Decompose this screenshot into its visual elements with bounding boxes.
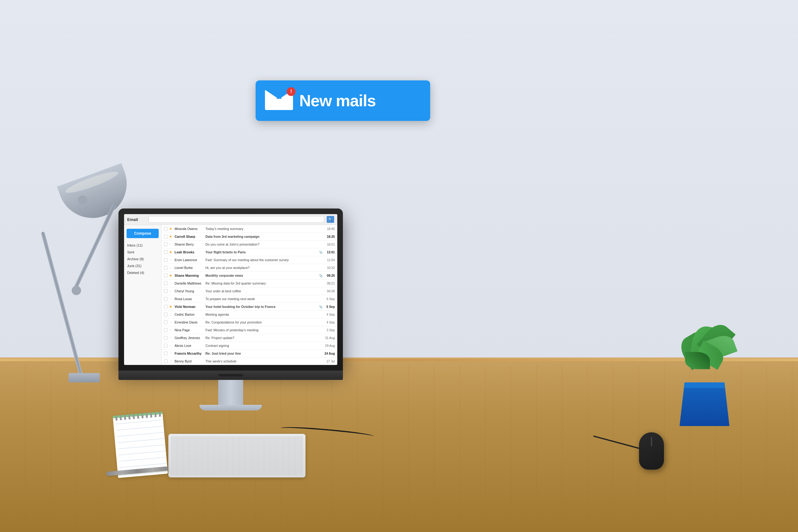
row-checkbox[interactable] bbox=[164, 312, 168, 316]
row-star[interactable]: ☆ bbox=[169, 281, 173, 285]
lamp-arm-lower bbox=[41, 231, 85, 383]
email-time: 18:45 bbox=[324, 227, 335, 231]
row-star[interactable]: ☆ bbox=[169, 351, 173, 356]
row-checkbox[interactable] bbox=[164, 258, 168, 262]
email-row[interactable]: ☆ Ervin Lawrence Fwd: Summary of our mee… bbox=[162, 256, 337, 264]
row-checkbox[interactable] bbox=[164, 352, 168, 355]
email-row[interactable]: ☆ Cheryl Young Your order at best coffee… bbox=[162, 287, 337, 295]
email-row[interactable]: ☆ Geoffrey Jimenez Re: Project update? 📎… bbox=[162, 334, 337, 342]
email-sidebar: Compose Inbox (11) Sent Archive (8) Junk… bbox=[124, 225, 162, 365]
row-checkbox[interactable] bbox=[164, 336, 168, 340]
email-time: 6 Sep bbox=[324, 297, 335, 301]
email-time: 29 Aug bbox=[324, 344, 335, 347]
row-checkbox[interactable] bbox=[164, 250, 168, 254]
row-checkbox[interactable] bbox=[164, 344, 168, 347]
row-star[interactable]: ★ bbox=[169, 304, 173, 309]
email-row[interactable]: ★ Leah Brooks Your flight tickets to Par… bbox=[162, 248, 337, 256]
email-sender: Miranda Owens bbox=[174, 227, 204, 231]
row-checkbox[interactable] bbox=[164, 305, 168, 308]
row-star[interactable]: ★ bbox=[169, 250, 173, 254]
attachment-icon: 📎 bbox=[319, 251, 323, 254]
row-checkbox[interactable] bbox=[164, 274, 168, 278]
email-row[interactable]: ☆ Sharon Berry Do you come at John's pre… bbox=[162, 241, 337, 248]
email-subject: Your order at best coffee bbox=[205, 289, 318, 293]
row-star[interactable]: ☆ bbox=[169, 312, 173, 317]
row-star[interactable]: ☆ bbox=[169, 336, 173, 340]
email-sender: Rosa Lucas bbox=[174, 297, 204, 301]
email-sender: Francis Mccarthy bbox=[174, 352, 204, 355]
email-time: 13:01 bbox=[324, 251, 335, 254]
row-checkbox[interactable] bbox=[164, 281, 168, 285]
row-checkbox[interactable] bbox=[164, 297, 168, 301]
email-time: 04:30 bbox=[324, 289, 335, 293]
email-time: 16:51 bbox=[324, 243, 335, 246]
email-row[interactable]: ☆ Danielle Matthews Re: Missing data for… bbox=[162, 280, 337, 287]
email-subject: This week's schedule bbox=[205, 359, 318, 363]
compose-button[interactable]: Compose bbox=[127, 229, 159, 238]
lamp-joint-top bbox=[78, 195, 87, 205]
sidebar-item-sent[interactable]: Sent bbox=[124, 249, 161, 255]
email-row[interactable]: ★ Vicki Norman Your hotel booking for Oc… bbox=[162, 303, 337, 311]
email-row[interactable]: ☆ Cedric Barton Meeting agenda 📎 4 Sep bbox=[162, 311, 337, 319]
email-subject: Meeting agenda bbox=[205, 312, 318, 316]
keyboard bbox=[168, 434, 305, 477]
row-star[interactable]: ☆ bbox=[169, 328, 173, 332]
search-button[interactable]: 🔍 bbox=[327, 216, 334, 223]
email-subject: Your flight tickets to Paris bbox=[205, 250, 318, 254]
row-star[interactable]: ☆ bbox=[169, 258, 173, 262]
email-row[interactable]: ☆ Francis Mccarthy Re: Just tried your l… bbox=[162, 350, 337, 358]
row-star[interactable]: ☆ bbox=[169, 343, 173, 348]
email-time: 3 Sep bbox=[324, 328, 335, 332]
plant-pot bbox=[680, 382, 729, 426]
email-row[interactable]: ☆ Alexis Love Contract signing 📎 29 Aug bbox=[162, 342, 337, 350]
row-star[interactable]: ☆ bbox=[169, 297, 173, 301]
row-checkbox[interactable] bbox=[164, 235, 168, 239]
row-checkbox[interactable] bbox=[164, 266, 168, 270]
row-checkbox[interactable] bbox=[164, 328, 168, 332]
email-row[interactable]: ★ Miranda Owens Today's meeting summary … bbox=[162, 225, 337, 233]
row-star[interactable]: ☆ bbox=[169, 289, 173, 293]
email-app: Email 🔍 Compose Inbox (11) Sent bbox=[124, 214, 337, 365]
sidebar-item-deleted[interactable]: Deleted (4) bbox=[124, 269, 161, 276]
sidebar-item-archive[interactable]: Archive (8) bbox=[124, 255, 161, 262]
email-time: 08:21 bbox=[324, 282, 335, 285]
row-checkbox[interactable] bbox=[164, 320, 168, 324]
email-row[interactable]: ☆ Rosa Lucas To prepare our meeting next… bbox=[162, 295, 337, 303]
sidebar-item-inbox[interactable]: Inbox (11) bbox=[124, 242, 161, 249]
row-star[interactable]: ★ bbox=[169, 234, 173, 239]
monitor: Email 🔍 Compose Inbox (11) Sent bbox=[118, 209, 343, 411]
email-header: Email 🔍 bbox=[124, 214, 337, 225]
email-row[interactable]: ☆ Ernestine Davis Re: Congratulations fo… bbox=[162, 319, 337, 326]
email-row[interactable]: ★ Carroll Sharp Data from 3rd marketing … bbox=[162, 233, 337, 241]
email-row[interactable]: ☆ Nina Page Fwd: Minutes of yesterday's … bbox=[162, 326, 337, 334]
row-star[interactable]: ☆ bbox=[169, 320, 173, 324]
email-time: 4 Sep bbox=[324, 313, 335, 316]
email-subject: Do you come at John's presentation? bbox=[205, 243, 318, 246]
email-row[interactable]: ★ Shane Manning Monthly corporate news 📎… bbox=[162, 272, 337, 280]
row-star[interactable]: ★ bbox=[169, 227, 173, 231]
email-row[interactable]: ☆ Benny Byrd This week's schedule 📎 17 J… bbox=[162, 358, 337, 365]
search-input[interactable] bbox=[148, 216, 324, 223]
email-sender: Ernestine Davis bbox=[174, 320, 204, 324]
email-list: ★ Miranda Owens Today's meeting summary … bbox=[162, 225, 337, 365]
attachment-icon: 📎 bbox=[319, 274, 323, 278]
email-time: 18:25 bbox=[324, 235, 335, 239]
row-checkbox[interactable] bbox=[164, 227, 168, 231]
row-star[interactable]: ☆ bbox=[169, 359, 173, 363]
email-sender: Shane Manning bbox=[174, 274, 204, 278]
row-checkbox[interactable] bbox=[164, 289, 168, 293]
row-star[interactable]: ☆ bbox=[169, 266, 173, 270]
email-row[interactable]: ☆ Lionel Burke Hi, are you at your workp… bbox=[162, 264, 337, 272]
email-subject: Re: Just tried your line bbox=[205, 352, 318, 355]
row-checkbox[interactable] bbox=[164, 359, 168, 363]
row-star[interactable]: ☆ bbox=[169, 242, 173, 247]
row-star[interactable]: ★ bbox=[169, 273, 173, 278]
email-subject: Re: Project update? bbox=[205, 336, 318, 340]
email-sender: Ervin Lawrence bbox=[174, 258, 204, 262]
row-checkbox[interactable] bbox=[164, 243, 168, 246]
sidebar-item-junk[interactable]: Junk (31) bbox=[124, 262, 161, 269]
email-time: 4 Sep bbox=[324, 321, 335, 324]
monitor-chin bbox=[118, 370, 343, 380]
email-sender: Leah Brooks bbox=[174, 250, 204, 254]
plant-leaves bbox=[673, 317, 736, 385]
